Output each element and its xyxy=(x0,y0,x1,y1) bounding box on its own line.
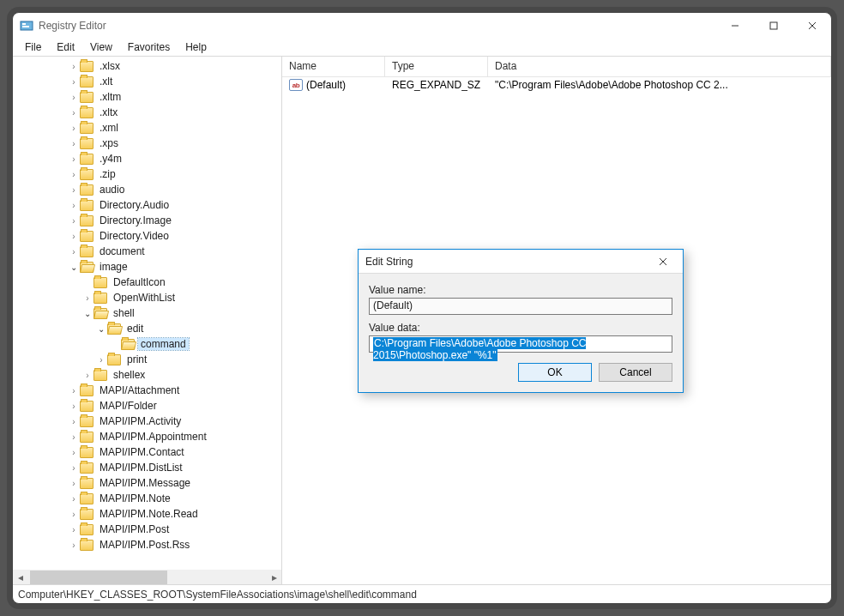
folder-icon xyxy=(80,76,93,88)
chevron-right-icon[interactable]: › xyxy=(68,153,80,165)
dialog-titlebar[interactable]: Edit String xyxy=(359,250,683,274)
menu-edit[interactable]: Edit xyxy=(50,39,81,56)
chevron-down-icon[interactable]: ⌄ xyxy=(81,307,93,319)
value-data-field[interactable]: C:\Program Files\Adobe\Adobe Photoshop C… xyxy=(369,335,672,353)
tree-item[interactable]: ›MAPI/Folder xyxy=(13,398,281,414)
svg-rect-2 xyxy=(22,26,29,27)
scroll-left-icon[interactable]: ◂ xyxy=(13,570,27,584)
tree-item[interactable]: ›.xml xyxy=(13,120,281,136)
col-header-data[interactable]: Data xyxy=(488,57,831,76)
tree-item[interactable]: ›OpenWithList xyxy=(13,290,281,305)
folder-icon xyxy=(107,323,121,335)
tree-item[interactable]: ›.xltx xyxy=(13,105,281,120)
chevron-down-icon[interactable]: ⌄ xyxy=(68,261,80,273)
chevron-right-icon[interactable]: › xyxy=(68,446,80,458)
tree-item[interactable]: ›.xlsx xyxy=(13,58,281,74)
col-header-name[interactable]: Name xyxy=(282,57,385,76)
menu-file[interactable]: File xyxy=(18,39,48,56)
tree-item[interactable]: ›MAPI/IPM.Activity xyxy=(13,414,281,429)
chevron-right-icon[interactable]: › xyxy=(68,122,80,134)
maximize-button[interactable] xyxy=(754,13,793,39)
chevron-right-icon[interactable]: › xyxy=(68,214,80,226)
folder-icon xyxy=(80,107,93,118)
chevron-right-icon[interactable]: › xyxy=(68,539,80,551)
scrollbar-thumb[interactable] xyxy=(30,571,167,584)
tree-item[interactable]: ›DefaultIcon xyxy=(13,275,281,290)
tree-item-label: MAPI/IPM.Post xyxy=(97,523,172,535)
tree-item[interactable]: ›print xyxy=(13,352,281,367)
chevron-right-icon[interactable]: › xyxy=(68,431,80,443)
tree-item[interactable]: ›Directory.Image xyxy=(13,213,281,228)
tree-item[interactable]: ›MAPI/IPM.Post xyxy=(13,522,281,537)
chevron-right-icon[interactable]: › xyxy=(68,477,80,489)
list-header: Name Type Data xyxy=(282,57,831,77)
folder-icon xyxy=(80,231,93,242)
tree-item[interactable]: ›.xltm xyxy=(13,89,281,105)
folder-icon xyxy=(107,354,121,365)
menu-help[interactable]: Help xyxy=(178,39,214,56)
value-name-label: Value name: xyxy=(369,284,672,296)
tree-item[interactable]: ›Directory.Audio xyxy=(13,197,281,213)
tree-item[interactable]: ›shellex xyxy=(13,367,281,383)
chevron-right-icon[interactable]: › xyxy=(81,292,93,304)
tree-item[interactable]: ⌄image xyxy=(13,259,281,275)
tree-item[interactable]: ›MAPI/Attachment xyxy=(13,383,281,398)
folder-icon xyxy=(80,169,93,180)
tree-item[interactable]: ›.y4m xyxy=(13,151,281,166)
cancel-button[interactable]: Cancel xyxy=(599,363,672,382)
chevron-right-icon[interactable]: › xyxy=(68,245,80,257)
tree-pane[interactable]: ›.xlsx›.xlt›.xltm›.xltx›.xml›.xps›.y4m›.… xyxy=(13,57,282,584)
menu-favorites[interactable]: Favorites xyxy=(121,39,177,56)
chevron-right-icon[interactable]: › xyxy=(68,137,80,149)
value-type-cell: REG_EXPAND_SZ xyxy=(385,79,488,91)
chevron-right-icon[interactable]: › xyxy=(68,106,80,118)
tree-item[interactable]: ›.xlt xyxy=(13,74,281,89)
tree-item[interactable]: ›MAPI/IPM.Message xyxy=(13,475,281,491)
chevron-right-icon[interactable]: › xyxy=(68,199,80,211)
tree-item[interactable]: ›.xps xyxy=(13,136,281,151)
tree-horizontal-scrollbar[interactable]: ◂ ▸ xyxy=(13,570,281,584)
tree-item[interactable]: ›Directory.Video xyxy=(13,228,281,244)
scroll-right-icon[interactable]: ▸ xyxy=(267,570,281,584)
value-name-field[interactable]: (Default) xyxy=(369,298,672,315)
chevron-right-icon[interactable]: › xyxy=(68,60,80,72)
tree-item[interactable]: ⌄edit xyxy=(13,321,281,336)
tree-item[interactable]: ›MAPI/IPM.Appointment xyxy=(13,429,281,444)
tree-item[interactable]: ›document xyxy=(13,244,281,259)
chevron-right-icon[interactable]: › xyxy=(81,369,93,381)
chevron-right-icon[interactable]: › xyxy=(68,508,80,520)
folder-icon xyxy=(93,370,107,381)
chevron-right-icon[interactable]: › xyxy=(68,492,80,504)
folder-icon xyxy=(80,262,93,273)
chevron-right-icon[interactable]: › xyxy=(68,384,80,396)
tree-item[interactable]: ›command xyxy=(13,336,281,352)
tree-item[interactable]: ›MAPI/IPM.DistList xyxy=(13,460,281,475)
tree-item-label: DefaultIcon xyxy=(111,276,168,288)
list-row[interactable]: ab (Default) REG_EXPAND_SZ "C:\Program F… xyxy=(282,77,831,93)
tree-item[interactable]: ›.zip xyxy=(13,166,281,182)
menu-view[interactable]: View xyxy=(83,39,119,56)
chevron-right-icon[interactable]: › xyxy=(68,400,80,412)
tree-item[interactable]: ›MAPI/IPM.Note xyxy=(13,491,281,506)
chevron-right-icon[interactable]: › xyxy=(68,168,80,180)
chevron-right-icon[interactable]: › xyxy=(68,462,80,474)
col-header-type[interactable]: Type xyxy=(385,57,488,76)
tree-item-label: Directory.Image xyxy=(97,214,174,226)
ok-button[interactable]: OK xyxy=(518,363,592,382)
tree-item[interactable]: ›audio xyxy=(13,182,281,197)
tree-item[interactable]: ›MAPI/IPM.Note.Read xyxy=(13,506,281,522)
chevron-down-icon[interactable]: ⌄ xyxy=(95,323,107,335)
chevron-right-icon[interactable]: › xyxy=(68,523,80,535)
chevron-right-icon[interactable]: › xyxy=(68,230,80,242)
tree-item[interactable]: ⌄shell xyxy=(13,305,281,321)
minimize-button[interactable] xyxy=(715,13,754,39)
chevron-right-icon[interactable]: › xyxy=(68,415,80,427)
chevron-right-icon[interactable]: › xyxy=(68,91,80,103)
dialog-close-button[interactable] xyxy=(650,255,676,269)
chevron-right-icon[interactable]: › xyxy=(95,353,107,365)
chevron-right-icon[interactable]: › xyxy=(68,184,80,196)
chevron-right-icon[interactable]: › xyxy=(68,75,80,88)
close-button[interactable] xyxy=(793,13,831,39)
tree-item[interactable]: ›MAPI/IPM.Post.Rss xyxy=(13,537,281,553)
tree-item[interactable]: ›MAPI/IPM.Contact xyxy=(13,444,281,460)
